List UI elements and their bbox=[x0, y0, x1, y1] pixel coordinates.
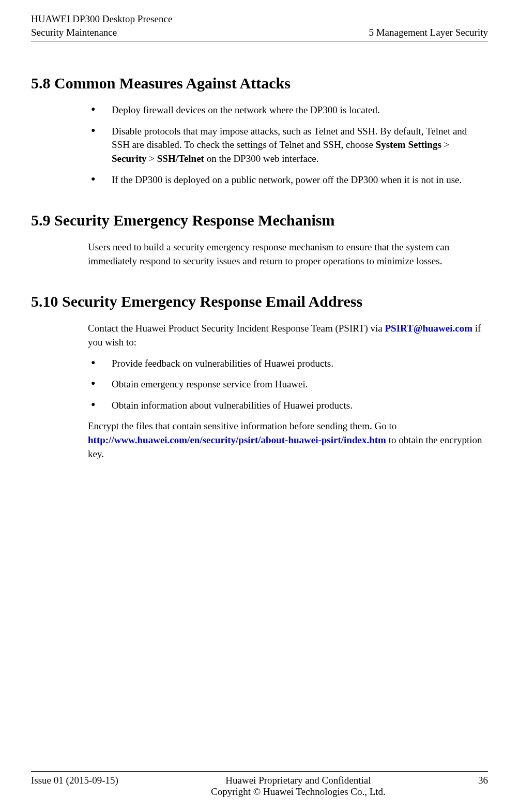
header-product-line: HUAWEI DP300 Desktop Presence bbox=[31, 12, 172, 26]
section-gap bbox=[31, 194, 488, 212]
footer-page-number: 36 bbox=[478, 775, 488, 786]
page-header: HUAWEI DP300 Desktop Presence Security M… bbox=[31, 12, 488, 41]
section-body-5-8: Deploy firewall devices on the network w… bbox=[88, 103, 486, 187]
text-run: Encrypt the files that contain sensitive… bbox=[88, 420, 396, 431]
psirt-url-link[interactable]: http://www.huawei.com/en/security/psirt/… bbox=[88, 434, 386, 445]
ui-path-segment: Security bbox=[112, 153, 147, 164]
header-right: 5 Management Layer Security bbox=[369, 26, 488, 39]
footer-center: Huawei Proprietary and Confidential Copy… bbox=[118, 775, 478, 798]
paragraph: Contact the Huawei Product Security Inci… bbox=[88, 322, 486, 349]
page-footer: Issue 01 (2015-09-15) Huawei Proprietary… bbox=[31, 771, 488, 798]
list-item: Deploy firewall devices on the network w… bbox=[88, 103, 486, 117]
ui-path-segment: SSH/Telnet bbox=[157, 153, 204, 164]
page-content: 5.8 Common Measures Against Attacks Depl… bbox=[31, 41, 488, 468]
bullet-list-5-10: Provide feedback on vulnerabilities of H… bbox=[88, 357, 486, 413]
list-item: Provide feedback on vulnerabilities of H… bbox=[88, 357, 486, 371]
psirt-email-link[interactable]: PSIRT@huawei.com bbox=[385, 323, 472, 334]
section-heading-5-8: 5.8 Common Measures Against Attacks bbox=[31, 74, 488, 92]
list-item: Obtain emergency response service from H… bbox=[88, 378, 486, 392]
document-page: HUAWEI DP300 Desktop Presence Security M… bbox=[0, 0, 519, 468]
paragraph: Encrypt the files that contain sensitive… bbox=[88, 419, 486, 461]
text-run: on the DP300 web interface. bbox=[204, 153, 319, 164]
text-run: Contact the Huawei Product Security Inci… bbox=[88, 323, 385, 334]
section-body-5-9: Users need to build a security emergency… bbox=[88, 240, 486, 268]
footer-issue-date: Issue 01 (2015-09-15) bbox=[31, 775, 118, 786]
bullet-list-5-8: Deploy firewall devices on the network w… bbox=[88, 103, 486, 187]
section-body-5-10: Contact the Huawei Product Security Inci… bbox=[88, 322, 486, 461]
paragraph: Users need to build a security emergency… bbox=[88, 240, 486, 268]
footer-copyright: Copyright © Huawei Technologies Co., Ltd… bbox=[118, 786, 478, 798]
list-item: Obtain information about vulnerabilities… bbox=[88, 399, 486, 413]
header-left: HUAWEI DP300 Desktop Presence Security M… bbox=[31, 12, 172, 39]
header-doc-title: Security Maintenance bbox=[31, 26, 172, 39]
text-run: > bbox=[441, 139, 449, 150]
list-item: Disable protocols that may impose attack… bbox=[88, 125, 486, 166]
list-item: If the DP300 is deployed on a public net… bbox=[88, 173, 486, 187]
section-heading-5-10: 5.10 Security Emergency Response Email A… bbox=[31, 293, 488, 310]
section-heading-5-9: 5.9 Security Emergency Response Mechanis… bbox=[31, 212, 488, 229]
footer-confidential: Huawei Proprietary and Confidential bbox=[118, 775, 478, 786]
section-gap bbox=[31, 275, 488, 293]
ui-path-segment: System Settings bbox=[376, 139, 441, 150]
text-run: > bbox=[147, 153, 157, 164]
